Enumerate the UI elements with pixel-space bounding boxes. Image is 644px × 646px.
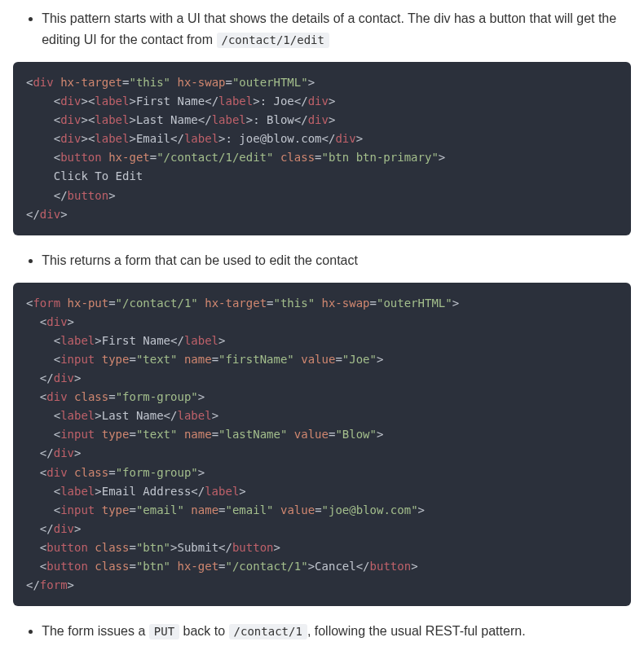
bullet-list-3: The form issues a PUT back to /contact/1… <box>13 621 631 642</box>
bullet-item: This returns a form that can be used to … <box>42 250 631 271</box>
bullet-list-1: This pattern starts with a UI that shows… <box>13 8 631 50</box>
inline-code: PUT <box>149 624 179 639</box>
code-block-2: <form hx-put="/contact/1" hx-target="thi… <box>13 283 631 607</box>
code-block-1: <div hx-target="this" hx-swap="outerHTML… <box>13 62 631 235</box>
bullet-list-2: This returns a form that can be used to … <box>13 250 631 271</box>
bullet-text: This returns a form that can be used to … <box>42 253 358 267</box>
inline-code: /contact/1/edit <box>217 33 329 48</box>
bullet-text: back to <box>179 624 228 638</box>
bullet-text: The form issues a <box>42 624 149 638</box>
bullet-item: This pattern starts with a UI that shows… <box>42 8 631 50</box>
inline-code: /contact/1 <box>229 624 307 639</box>
document-body: This pattern starts with a UI that shows… <box>0 0 644 646</box>
bullet-item: The form issues a PUT back to /contact/1… <box>42 621 631 642</box>
bullet-text: , following the usual REST-ful pattern. <box>307 624 526 638</box>
